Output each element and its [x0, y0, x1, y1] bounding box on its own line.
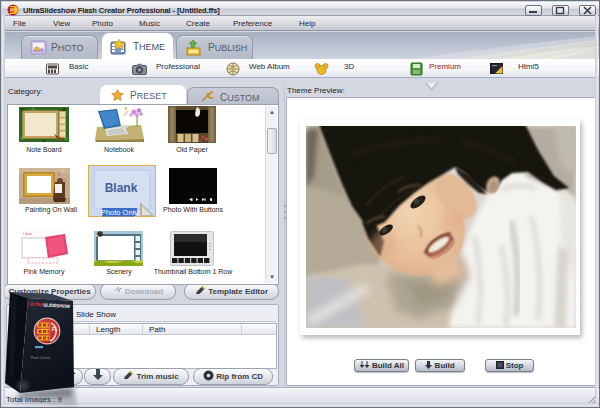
svg-text:Blank: Blank	[105, 181, 138, 195]
svg-text:FL: FL	[52, 326, 58, 332]
svg-text:I love: I love	[23, 231, 33, 236]
svg-text:Photo Only: Photo Only	[101, 208, 138, 217]
svg-text:Flash Creator: Flash Creator	[31, 356, 51, 360]
